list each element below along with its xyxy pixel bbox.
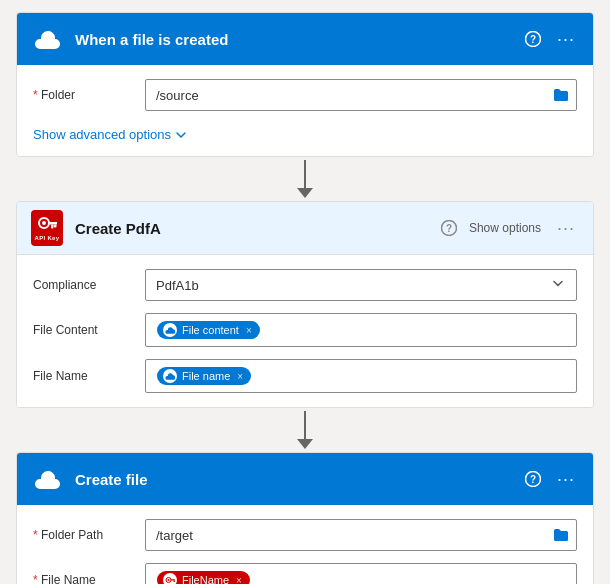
api-key-svg (37, 216, 57, 234)
filename-token: FileName × (157, 571, 250, 584)
trigger-card-actions: ? ··· (521, 25, 579, 54)
create-file-card-header: Create file ? ··· (17, 453, 593, 505)
help-icon-2: ? (441, 220, 457, 236)
cloud-action-icon (34, 469, 60, 489)
folder-path-input-box[interactable]: /target (145, 519, 577, 551)
file-name-field-row: File Name File name × (33, 359, 577, 393)
dropdown-arrow-svg (550, 276, 566, 292)
create-file-icon (31, 463, 63, 495)
create-file-card-actions: ? ··· (521, 465, 579, 494)
svg-text:?: ? (530, 474, 536, 485)
cloud-chip-svg (165, 326, 175, 334)
create-file-card-body: Folder Path /target File Name (17, 505, 593, 584)
svg-text:?: ? (446, 223, 452, 234)
pdfa-card: API Key Create PdfA ? Show options ··· (16, 201, 594, 408)
filename-token-close[interactable]: × (236, 575, 242, 585)
api-key-icon: API Key (31, 210, 63, 246)
advanced-options-label: Show advanced options (33, 127, 171, 142)
file-name-input[interactable]: File name × (145, 359, 577, 393)
folder-icon (553, 88, 569, 102)
compliance-dropdown-wrapper: PdfA1b (145, 269, 577, 301)
pdfa-card-actions: ? Show options ··· (437, 214, 579, 243)
compliance-value: PdfA1b (156, 278, 199, 293)
help-icon-3: ? (525, 471, 541, 487)
connector-1 (297, 157, 313, 201)
trigger-more-button[interactable]: ··· (553, 25, 579, 54)
chevron-down-icon-2 (550, 276, 566, 295)
pdfa-card-header: API Key Create PdfA ? Show options ··· (17, 202, 593, 255)
trigger-card: When a file is created ? ··· Folder (16, 12, 594, 157)
create-file-card-title: Create file (75, 471, 509, 488)
file-content-token: File content × (157, 321, 260, 339)
trigger-help-button[interactable]: ? (521, 27, 545, 51)
file-name-label: File Name (33, 369, 133, 383)
advanced-options-link[interactable]: Show advanced options (33, 127, 187, 142)
connector-arrow-1 (297, 188, 313, 198)
svg-rect-6 (51, 224, 54, 228)
folder-path-label: Folder Path (33, 528, 133, 542)
file-content-field-row: File Content File content × (33, 313, 577, 347)
folder-input-box[interactable]: /source (145, 79, 577, 111)
filename-token-label: FileName (182, 574, 229, 584)
svg-rect-13 (171, 579, 175, 580)
create-file-card: Create file ? ··· Folder Path (16, 452, 594, 584)
pdfa-card-title: Create PdfA (75, 220, 425, 237)
pdfa-more-button[interactable]: ··· (553, 214, 579, 243)
folder-path-icon (553, 528, 569, 542)
file-content-label: File Content (33, 323, 133, 337)
svg-point-12 (168, 579, 170, 581)
file-content-token-label: File content (182, 324, 239, 336)
connector-2 (297, 408, 313, 452)
connector-arrow-2 (297, 439, 313, 449)
svg-rect-5 (54, 224, 57, 227)
connector-line-1 (304, 160, 306, 188)
compliance-field-row: Compliance PdfA1b (33, 269, 577, 301)
api-chip-svg (165, 576, 175, 584)
folder-field-row: Folder /source (33, 79, 577, 111)
pdfa-icon: API Key (31, 212, 63, 244)
api-key-label: API Key (35, 235, 60, 241)
file-content-input[interactable]: File content × (145, 313, 577, 347)
cloud-chip-svg-2 (165, 372, 175, 380)
folder-value: /source (156, 88, 540, 103)
svg-rect-4 (49, 222, 57, 225)
show-options-label: Show options (469, 221, 541, 235)
help-icon: ? (525, 31, 541, 47)
connector-line-2 (304, 411, 306, 439)
pdfa-help-button[interactable]: ? (437, 216, 461, 240)
trigger-card-body: Folder /source Show advanced options (17, 65, 593, 156)
svg-rect-14 (174, 580, 176, 582)
file-name-token-label: File name (182, 370, 230, 382)
folder-path-field-row: Folder Path /target (33, 519, 577, 551)
folder-browse-button[interactable] (553, 88, 569, 102)
create-file-help-button[interactable]: ? (521, 467, 545, 491)
more-dots-icon: ··· (557, 29, 575, 50)
compliance-dropdown[interactable]: PdfA1b (145, 269, 577, 301)
cloud-chip-icon-2 (163, 369, 177, 383)
file-content-token-close[interactable]: × (246, 325, 252, 336)
pdfa-card-body: Compliance PdfA1b File Content (17, 255, 593, 407)
folder-path-browse-button[interactable] (553, 528, 569, 542)
create-file-name-input[interactable]: FileName × (145, 563, 577, 584)
folder-input-wrapper: /source (145, 79, 577, 111)
more-dots-icon-2: ··· (557, 218, 575, 239)
file-name-token: File name × (157, 367, 251, 385)
create-file-more-button[interactable]: ··· (553, 465, 579, 494)
file-name-token-close[interactable]: × (237, 371, 243, 382)
cloud-chip-icon (163, 323, 177, 337)
compliance-label: Compliance (33, 278, 133, 292)
more-dots-icon-3: ··· (557, 469, 575, 490)
api-chip-icon (163, 573, 177, 584)
folder-path-input-wrapper: /target (145, 519, 577, 551)
trigger-icon (31, 23, 63, 55)
chevron-down-icon (175, 129, 187, 141)
folder-path-value: /target (156, 528, 540, 543)
create-file-name-label: File Name (33, 573, 133, 584)
folder-label: Folder (33, 88, 133, 102)
create-file-name-field-row: File Name FileName × (33, 563, 577, 584)
trigger-card-header: When a file is created ? ··· (17, 13, 593, 65)
cloud-trigger-icon (34, 29, 60, 49)
trigger-card-title: When a file is created (75, 31, 509, 48)
svg-text:?: ? (530, 34, 536, 45)
svg-point-3 (42, 221, 46, 225)
